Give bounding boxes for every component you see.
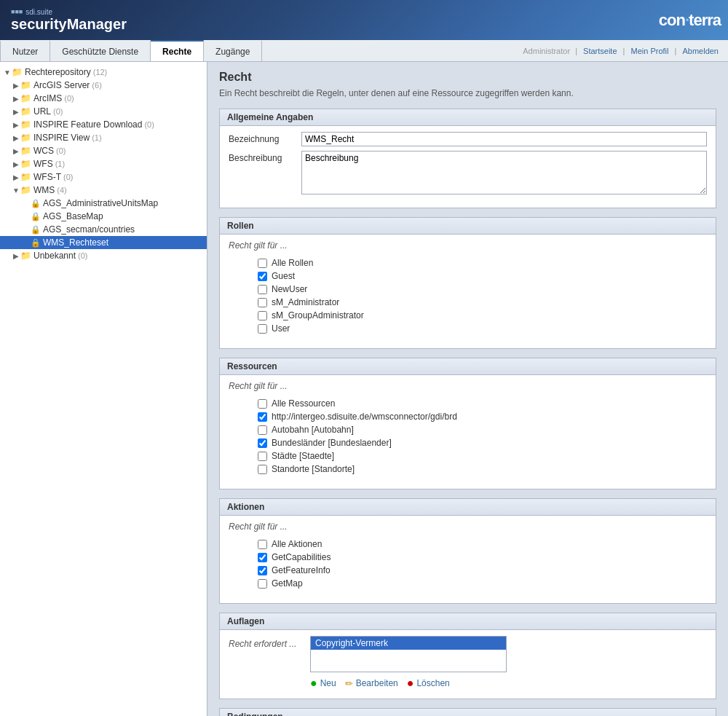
checkbox-standorte[interactable] xyxy=(258,465,267,474)
checkbox-getfeatureinfo[interactable] xyxy=(258,566,267,575)
beschreibung-textarea[interactable]: Beschreibung xyxy=(301,151,707,194)
tab-zugaenge[interactable]: Zugänge xyxy=(204,40,262,61)
count-rechterepository: (12) xyxy=(93,68,108,76)
folder-icon-arcgis: 📁 xyxy=(20,80,31,90)
checkbox-user[interactable] xyxy=(258,324,267,334)
folder-icon-inspire-fd: 📁 xyxy=(20,119,31,130)
checkbox-getcapabilities[interactable] xyxy=(258,553,267,562)
sidebar-item-arcgis-server[interactable]: ▶ 📁 ArcGIS Server (6) xyxy=(0,79,207,92)
checkbox-row-alle-ressourcen: Alle Ressourcen xyxy=(258,398,707,409)
checkbox-row-bundeslaender: Bundesländer [Bundeslaender] xyxy=(258,438,707,448)
app-header: ■■■ sdi.suite securityManager con·terra xyxy=(0,0,728,40)
label-rechterepository: Rechterepository xyxy=(25,67,91,77)
mein-profil-link[interactable]: Mein Profil xyxy=(631,47,669,55)
checkbox-row-getcapabilities: GetCapabilities xyxy=(258,552,707,562)
checkbox-row-getfeatureinfo: GetFeatureInfo xyxy=(258,565,707,575)
toggle-arcims[interactable]: ▶ xyxy=(12,95,20,103)
label-inspire-view: INSPIRE View xyxy=(33,133,90,143)
label-ags-basemap: AGS_BaseMap xyxy=(43,211,103,221)
label-wfs-t: WFS-T xyxy=(33,172,61,182)
tab-rechte[interactable]: Rechte xyxy=(151,40,204,61)
checkbox-row-guest: Guest xyxy=(258,271,707,281)
toggle-wcs[interactable]: ▶ xyxy=(12,147,20,155)
checkbox-alle-rollen[interactable] xyxy=(258,259,267,268)
section-header-bedingungen: Bedingungen xyxy=(220,709,716,716)
sidebar-item-url[interactable]: ▶ 📁 URL (0) xyxy=(0,105,207,118)
toggle-unbekannt[interactable]: ▶ xyxy=(12,252,20,260)
startseite-link[interactable]: Startseite xyxy=(583,47,617,55)
label-inspire-fd: INSPIRE Feature Download xyxy=(33,119,142,130)
tab-geschuetzte-dienste[interactable]: Geschützte Dienste xyxy=(50,40,151,61)
toggle-inspire-fd[interactable]: ▶ xyxy=(12,121,20,129)
checkbox-autobahn[interactable] xyxy=(258,425,267,435)
bezeichnung-input[interactable] xyxy=(301,132,707,146)
label-arcgis: ArcGIS Server xyxy=(33,80,90,90)
label-unbekannt: Unbekannt xyxy=(33,251,76,261)
section-body-ressourcen: Recht gilt für ... Alle Ressourcen http:… xyxy=(220,375,716,489)
content-area: Recht Ein Recht beschreibt die Regeln, u… xyxy=(207,62,728,716)
toggle-inspire-view[interactable]: ▶ xyxy=(12,134,20,142)
checkbox-sm-groupadmin[interactable] xyxy=(258,311,267,320)
checkbox-newuser[interactable] xyxy=(258,285,267,294)
form-row-beschreibung: Beschreibung Beschreibung xyxy=(229,151,707,194)
sidebar-item-wfs-t[interactable]: ▶ 📁 WFS-T (0) xyxy=(0,170,207,184)
label-wcs: WCS xyxy=(33,146,54,156)
section-header-auflagen: Auflagen xyxy=(220,613,716,630)
sidebar-item-unbekannt[interactable]: ▶ 📁 Unbekannt (0) xyxy=(0,249,207,262)
sidebar-item-wfs[interactable]: ▶ 📁 WFS (1) xyxy=(0,157,207,170)
label-user: User xyxy=(272,323,290,334)
checkbox-sm-admin[interactable] xyxy=(258,298,267,307)
form-row-bezeichnung: Bezeichnung xyxy=(229,132,707,146)
label-getfeatureinfo: GetFeatureInfo xyxy=(272,565,331,575)
sidebar-item-wms[interactable]: ▼ 📁 WMS (4) xyxy=(0,184,207,197)
sidebar-item-rechterepository[interactable]: ▼ 📁 Rechterepository (12) xyxy=(0,66,207,79)
toggle-url[interactable]: ▶ xyxy=(12,108,20,116)
folder-icon-inspire-view: 📁 xyxy=(20,133,31,143)
sidebar-item-inspire-view[interactable]: ▶ 📁 INSPIRE View (1) xyxy=(0,131,207,144)
checkbox-staedte[interactable] xyxy=(258,452,267,461)
sidebar-item-wcs[interactable]: ▶ 📁 WCS (0) xyxy=(0,144,207,157)
auflagen-bearbeiten-button[interactable]: ✏ Bearbeiten xyxy=(345,678,398,689)
checkbox-row-alle-aktionen: Alle Aktionen xyxy=(258,539,707,549)
sidebar-item-wms-rechteset[interactable]: 🔒 WMS_Rechteset xyxy=(0,236,207,249)
auflagen-neu-button[interactable]: ● Neu xyxy=(310,677,336,690)
section-header-ressourcen: Ressourcen xyxy=(220,358,716,375)
sidebar-item-ags-admin-units[interactable]: 🔒 AGS_AdministrativeUnitsMap xyxy=(0,197,207,210)
rollen-checkboxes: Alle Rollen Guest NewUser sM_Administrat… xyxy=(229,255,707,339)
label-bundeslaender: Bundesländer [Bundeslaender] xyxy=(272,438,392,448)
sidebar: ▼ 📁 Rechterepository (12) ▶ 📁 ArcGIS Ser… xyxy=(0,62,207,716)
checkbox-bundeslaender[interactable] xyxy=(258,438,267,448)
checkbox-alle-ressourcen[interactable] xyxy=(258,399,267,409)
checkbox-alle-aktionen[interactable] xyxy=(258,540,267,549)
label-newuser: NewUser xyxy=(272,284,307,294)
checkbox-row-standorte: Standorte [Standorte] xyxy=(258,464,707,474)
checkbox-getmap[interactable] xyxy=(258,579,267,589)
count-arcgis: (6) xyxy=(92,81,101,90)
checkbox-intergeo[interactable] xyxy=(258,412,267,422)
toggle-arcgis[interactable]: ▶ xyxy=(12,82,20,90)
checkbox-guest[interactable] xyxy=(258,272,267,281)
toggle-wms[interactable]: ▼ xyxy=(12,186,20,194)
count-inspire-view: (1) xyxy=(92,133,101,142)
ressourcen-checkboxes: Alle Ressourcen http://intergeo.sdisuite… xyxy=(229,396,707,480)
auflagen-listbox[interactable]: Copyright-Vermerk xyxy=(310,636,507,672)
section-bedingungen: Bedingungen Recht wird nur erteilt, wenn… xyxy=(219,708,716,716)
label-url: URL xyxy=(33,106,51,117)
folder-icon-wfs: 📁 xyxy=(20,159,31,169)
toggle-wfs-t[interactable]: ▶ xyxy=(12,173,20,181)
auflagen-list-item-copyright[interactable]: Copyright-Vermerk xyxy=(311,637,506,650)
checkbox-row-staedte: Städte [Staedte] xyxy=(258,451,707,461)
header-dots-icon: ■■■ xyxy=(11,8,23,15)
toggle-rechterepository[interactable]: ▼ xyxy=(3,68,12,76)
section-header-rollen: Rollen xyxy=(220,218,716,235)
toggle-wfs[interactable]: ▶ xyxy=(12,160,20,168)
sidebar-item-arcims[interactable]: ▶ 📁 ArcIMS (0) xyxy=(0,92,207,105)
sidebar-item-inspire-feature-download[interactable]: ▶ 📁 INSPIRE Feature Download (0) xyxy=(0,118,207,131)
auflagen-loeschen-button[interactable]: ● Löschen xyxy=(407,677,450,690)
sidebar-item-ags-basemap[interactable]: 🔒 AGS_BaseMap xyxy=(0,210,207,223)
tab-nutzer[interactable]: Nutzer xyxy=(0,40,50,61)
abmelden-link[interactable]: Abmelden xyxy=(682,47,719,55)
label-wms-rechteset: WMS_Rechteset xyxy=(43,237,108,248)
label-standorte: Standorte [Standorte] xyxy=(272,464,355,474)
sidebar-item-ags-secman[interactable]: 🔒 AGS_secman/countries xyxy=(0,223,207,236)
